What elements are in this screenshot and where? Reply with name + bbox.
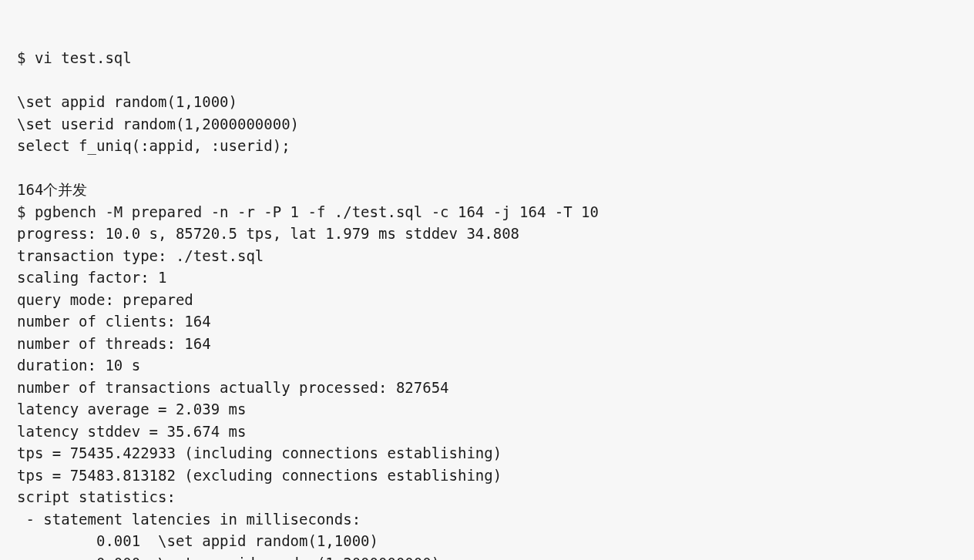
code-line: latency average = 2.039 ms bbox=[17, 398, 957, 421]
code-line: 0.001 \set appid random(1,1000) bbox=[17, 530, 957, 552]
code-line: latency stddev = 35.674 ms bbox=[17, 421, 957, 443]
code-line: 0.000 \set userid random(1,2000000000) bbox=[17, 552, 957, 561]
code-line bbox=[17, 69, 957, 92]
code-line: duration: 10 s bbox=[17, 354, 957, 377]
code-line: script statistics: bbox=[17, 486, 957, 508]
code-line: number of transactions actually processe… bbox=[17, 377, 957, 399]
code-line bbox=[17, 157, 957, 179]
code-line: tps = 75435.422933 (including connection… bbox=[17, 442, 957, 464]
code-line: 164个并发 bbox=[17, 179, 957, 201]
code-line: scaling factor: 1 bbox=[17, 267, 957, 289]
code-line: progress: 10.0 s, 85720.5 tps, lat 1.979… bbox=[17, 223, 957, 245]
code-line: $ pgbench -M prepared -n -r -P 1 -f ./te… bbox=[17, 201, 957, 223]
code-line: \set appid random(1,1000) bbox=[17, 91, 957, 113]
code-line: select f_uniq(:appid, :userid); bbox=[17, 135, 957, 157]
code-block: $ vi test.sql\set appid random(1,1000)\s… bbox=[17, 47, 957, 560]
code-line: number of threads: 164 bbox=[17, 333, 957, 355]
code-line: - statement latencies in milliseconds: bbox=[17, 508, 957, 531]
code-line: $ vi test.sql bbox=[17, 47, 957, 69]
code-line: transaction type: ./test.sql bbox=[17, 245, 957, 267]
code-line: \set userid random(1,2000000000) bbox=[17, 113, 957, 136]
code-line: tps = 75483.813182 (excluding connection… bbox=[17, 464, 957, 487]
code-line: query mode: prepared bbox=[17, 289, 957, 311]
code-line: number of clients: 164 bbox=[17, 310, 957, 333]
